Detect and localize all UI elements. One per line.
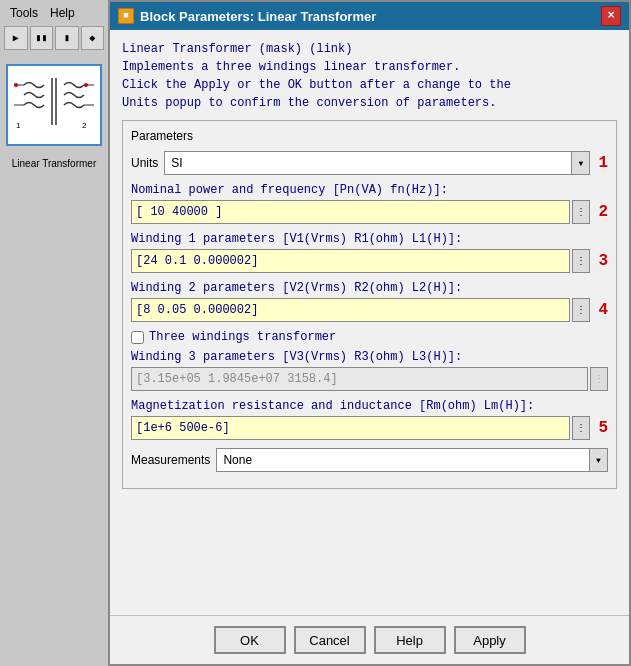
toolbar-btn-2[interactable]: ▮▮	[30, 26, 54, 50]
svg-point-6	[14, 83, 18, 87]
label-4: 4	[598, 301, 608, 319]
winding1-row: ⋮ 3	[131, 249, 608, 273]
measurements-label: Measurements	[131, 453, 210, 467]
desc-line4: Units popup to confirm the conversion of…	[122, 94, 617, 112]
units-label: Units	[131, 156, 158, 170]
label-1: 1	[598, 154, 608, 172]
dialog-title: Block Parameters: Linear Transformer	[140, 9, 376, 24]
apply-button[interactable]: Apply	[454, 626, 526, 654]
three-windings-label: Three windings transformer	[149, 330, 336, 344]
transformer-diagram: 1 2	[6, 64, 102, 146]
measurements-dropdown-arrow[interactable]: ▼	[590, 448, 608, 472]
help-menu[interactable]: Help	[44, 4, 81, 22]
winding2-menu-btn[interactable]: ⋮	[572, 298, 590, 322]
nominal-menu-btn[interactable]: ⋮	[572, 200, 590, 224]
units-dropdown-arrow[interactable]: ▼	[572, 151, 590, 175]
dialog-content: Linear Transformer (mask) (link) Impleme…	[110, 30, 629, 615]
desc-line1: Linear Transformer (mask) (link)	[122, 40, 617, 58]
menu-bar: Tools Help	[0, 0, 108, 22]
toolbar-btn-1[interactable]: ▶	[4, 26, 28, 50]
svg-text:1: 1	[16, 121, 21, 130]
winding3-row: ⋮	[131, 367, 608, 391]
description-block: Linear Transformer (mask) (link) Impleme…	[122, 40, 617, 112]
tools-menu[interactable]: Tools	[4, 4, 44, 22]
dialog-icon: ■	[118, 8, 134, 24]
winding1-input[interactable]	[131, 249, 570, 273]
magnetization-input[interactable]	[131, 416, 570, 440]
nominal-label: Nominal power and frequency [Pn(VA) fn(H…	[131, 183, 608, 197]
help-button[interactable]: Help	[374, 626, 446, 654]
winding2-row: ⋮ 4	[131, 298, 608, 322]
button-bar: OK Cancel Help Apply	[110, 615, 629, 664]
label-5: 5	[598, 419, 608, 437]
label-3: 3	[598, 252, 608, 270]
winding2-input[interactable]	[131, 298, 570, 322]
nominal-input-container: ⋮	[131, 200, 590, 224]
magnetization-menu-btn[interactable]: ⋮	[572, 416, 590, 440]
params-group: Parameters Units SI ▼ 1 Nominal power an…	[122, 120, 617, 489]
toolbar-btn-4[interactable]: ◆	[81, 26, 105, 50]
winding2-input-container: ⋮	[131, 298, 590, 322]
toolbar-btn-3[interactable]: ▮	[55, 26, 79, 50]
measurements-row: Measurements None ▼	[131, 448, 608, 472]
desc-line2: Implements a three windings linear trans…	[122, 58, 617, 76]
winding3-input-container: ⋮	[131, 367, 608, 391]
ok-button[interactable]: OK	[214, 626, 286, 654]
dialog: ■ Block Parameters: Linear Transformer ×…	[108, 0, 631, 666]
winding1-input-container: ⋮	[131, 249, 590, 273]
units-value: SI	[164, 151, 572, 175]
three-windings-row: Three windings transformer	[131, 330, 608, 344]
winding3-menu-btn[interactable]: ⋮	[590, 367, 608, 391]
toolbar: ▶ ▮▮ ▮ ◆	[0, 22, 108, 54]
label-2: 2	[598, 203, 608, 221]
winding1-menu-btn[interactable]: ⋮	[572, 249, 590, 273]
winding3-input	[131, 367, 588, 391]
nominal-input[interactable]	[131, 200, 570, 224]
nominal-row: ⋮ 2	[131, 200, 608, 224]
three-windings-checkbox[interactable]	[131, 331, 144, 344]
params-title: Parameters	[131, 129, 608, 143]
close-button[interactable]: ×	[601, 6, 621, 26]
svg-point-7	[84, 83, 88, 87]
measurements-container: None ▼	[216, 448, 608, 472]
svg-text:2: 2	[82, 121, 87, 130]
units-container: SI ▼	[164, 151, 590, 175]
desc-line3: Click the Apply or the OK button after a…	[122, 76, 617, 94]
units-row: Units SI ▼ 1	[131, 151, 608, 175]
sidebar: Tools Help ▶ ▮▮ ▮ ◆	[0, 0, 108, 666]
title-bar-left: ■ Block Parameters: Linear Transformer	[118, 8, 376, 24]
transformer-label: Linear Transformer	[0, 158, 108, 169]
winding3-label: Winding 3 parameters [V3(Vrms) R3(ohm) L…	[131, 350, 608, 364]
winding2-label: Winding 2 parameters [V2(Vrms) R2(ohm) L…	[131, 281, 608, 295]
winding1-label: Winding 1 parameters [V1(Vrms) R1(ohm) L…	[131, 232, 608, 246]
title-bar: ■ Block Parameters: Linear Transformer ×	[110, 2, 629, 30]
magnetization-label: Magnetization resistance and inductance …	[131, 399, 608, 413]
magnetization-row: ⋮ 5	[131, 416, 608, 440]
measurements-value: None	[216, 448, 590, 472]
magnetization-input-container: ⋮	[131, 416, 590, 440]
cancel-button[interactable]: Cancel	[294, 626, 366, 654]
